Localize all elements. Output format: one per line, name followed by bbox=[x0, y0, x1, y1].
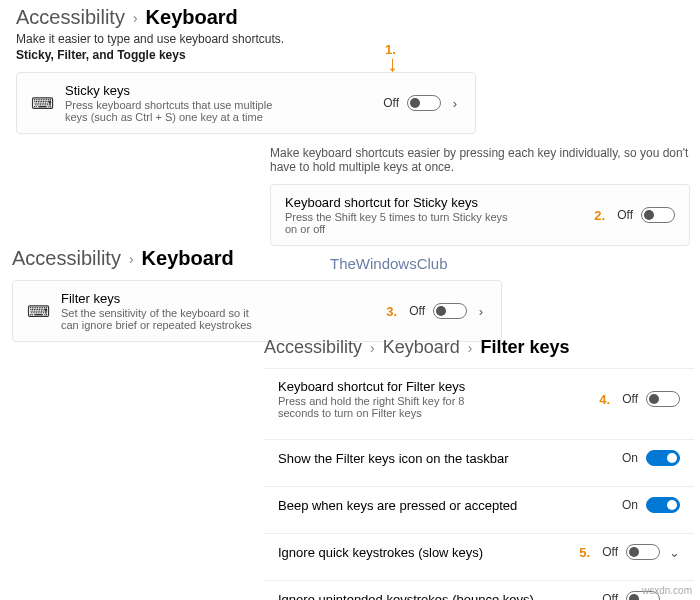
toggle-state: Off bbox=[617, 208, 633, 222]
toggle[interactable] bbox=[646, 391, 680, 407]
settings-row: Show the Filter keys icon on the taskbar… bbox=[264, 439, 694, 476]
row-title: Ignore quick keystrokes (slow keys) bbox=[278, 545, 567, 560]
keyboard-icon: ⌨ bbox=[31, 94, 53, 113]
row-title: Filter keys bbox=[61, 291, 374, 306]
row-title: Show the Filter keys icon on the taskbar bbox=[278, 451, 610, 466]
sticky-keys-row[interactable]: ⌨ Sticky keys Press keyboard shortcuts t… bbox=[16, 72, 476, 134]
breadcrumb-accessibility[interactable]: Accessibility bbox=[12, 247, 121, 270]
sticky-keys-detail-panel: Make keyboard shortcuts easier by pressi… bbox=[270, 143, 690, 246]
chevron-right-icon: › bbox=[129, 251, 134, 267]
row-desc: Press keyboard shortcuts that use multip… bbox=[65, 99, 295, 123]
breadcrumb: Accessibility › Keyboard › Filter keys bbox=[264, 337, 694, 358]
toggle[interactable] bbox=[646, 497, 680, 513]
source-label: wsxdn.com bbox=[642, 585, 692, 596]
row-title: Sticky keys bbox=[65, 83, 371, 98]
breadcrumb: Accessibility › Keyboard bbox=[16, 6, 476, 29]
row-title: Keyboard shortcut for Sticky keys bbox=[285, 195, 582, 210]
chevron-right-icon: › bbox=[468, 340, 473, 356]
toggle-state: Off bbox=[602, 592, 618, 600]
row-desc: Press and hold the right Shift key for 8… bbox=[278, 395, 508, 419]
breadcrumb-keyboard: Keyboard bbox=[142, 247, 234, 270]
accessibility-keyboard-panel: Accessibility › Keyboard Make it easier … bbox=[16, 6, 476, 134]
breadcrumb-keyboard[interactable]: Keyboard bbox=[383, 337, 460, 358]
toggle[interactable] bbox=[626, 544, 660, 560]
annotation-5: 5. bbox=[579, 545, 590, 560]
settings-row: Ignore unintended keystrokes (bounce key… bbox=[264, 580, 694, 600]
chevron-right-icon[interactable]: › bbox=[475, 304, 487, 319]
filter-keys-detail-panel: Accessibility › Keyboard › Filter keys K… bbox=[264, 337, 694, 600]
breadcrumb-accessibility[interactable]: Accessibility bbox=[264, 337, 362, 358]
annotation-2: 2. bbox=[594, 208, 605, 223]
page-subtitle: Make it easier to type and use keyboard … bbox=[16, 32, 476, 46]
row-desc: Press the Shift key 5 times to turn Stic… bbox=[285, 211, 515, 235]
settings-row: Keyboard shortcut for Filter keysPress a… bbox=[264, 368, 694, 429]
breadcrumb-filter-keys: Filter keys bbox=[480, 337, 569, 358]
chevron-right-icon[interactable]: › bbox=[449, 96, 461, 111]
section-intro: Make keyboard shortcuts easier by pressi… bbox=[270, 146, 690, 174]
keyboard-filter-icon: ⌨ bbox=[27, 302, 49, 321]
row-title: Ignore unintended keystrokes (bounce key… bbox=[278, 592, 590, 601]
annotation-3: 3. bbox=[386, 304, 397, 319]
row-title: Beep when keys are pressed or accepted bbox=[278, 498, 610, 513]
toggle-state: Off bbox=[409, 304, 425, 318]
filter-keys-toggle[interactable] bbox=[433, 303, 467, 319]
breadcrumb-keyboard: Keyboard bbox=[146, 6, 238, 29]
settings-row: Beep when keys are pressed or acceptedOn bbox=[264, 486, 694, 523]
toggle-state: On bbox=[622, 451, 638, 465]
chevron-down-icon[interactable]: ⌄ bbox=[668, 545, 680, 560]
toggle-state: Off bbox=[383, 96, 399, 110]
sticky-keys-toggle[interactable] bbox=[407, 95, 441, 111]
sticky-shortcut-toggle[interactable] bbox=[641, 207, 675, 223]
section-heading: Sticky, Filter, and Toggle keys bbox=[16, 48, 476, 62]
annotation-4: 4. bbox=[599, 392, 610, 407]
row-desc: Set the sensitivity of the keyboard so i… bbox=[61, 307, 261, 331]
breadcrumb-accessibility[interactable]: Accessibility bbox=[16, 6, 125, 29]
chevron-right-icon: › bbox=[133, 10, 138, 26]
row-title: Keyboard shortcut for Filter keys bbox=[278, 379, 587, 394]
toggle[interactable] bbox=[646, 450, 680, 466]
chevron-right-icon: › bbox=[370, 340, 375, 356]
toggle-state: On bbox=[622, 498, 638, 512]
filter-keys-row[interactable]: ⌨ Filter keys Set the sensitivity of the… bbox=[12, 280, 502, 342]
toggle-state: Off bbox=[602, 545, 618, 559]
sticky-keys-shortcut-row: Keyboard shortcut for Sticky keys Press … bbox=[270, 184, 690, 246]
watermark-text: TheWindowsClub bbox=[330, 255, 448, 272]
settings-row: Ignore quick keystrokes (slow keys)5.Off… bbox=[264, 533, 694, 570]
toggle-state: Off bbox=[622, 392, 638, 406]
